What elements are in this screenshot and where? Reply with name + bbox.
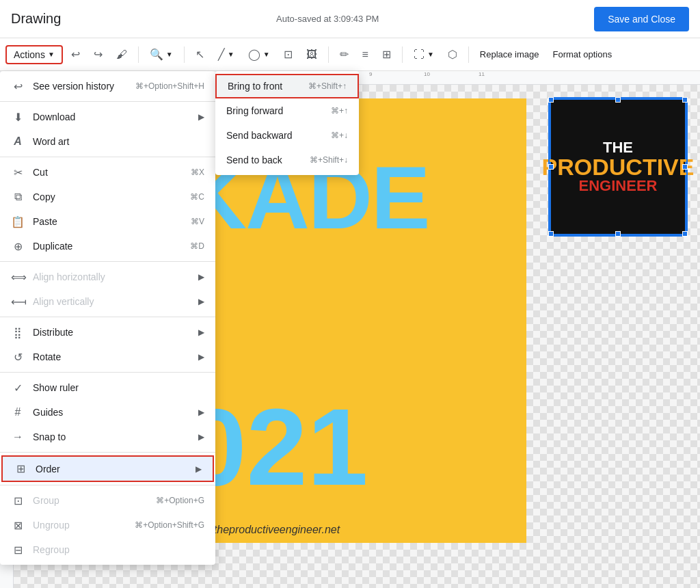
- textbox-button[interactable]: ⊡: [278, 45, 298, 64]
- shape-button[interactable]: ◯ ▼: [243, 45, 275, 64]
- shape-chevron: ▼: [263, 51, 270, 58]
- handle-bottom-left[interactable]: [548, 231, 554, 237]
- divider-3: [0, 261, 215, 262]
- border-style-icon: ⊞: [382, 48, 391, 61]
- send-to-back-label: Send to back: [226, 155, 282, 165]
- border-style-button[interactable]: ⊞: [377, 45, 396, 64]
- save-close-button[interactable]: Save and Close: [594, 7, 689, 31]
- menu-label-align-h: Align horizontally: [33, 271, 105, 282]
- handle-bottom-right[interactable]: [682, 231, 688, 237]
- toolbar-divider-2: [184, 46, 185, 63]
- menu-item-duplicate[interactable]: ⊕ Duplicate ⌘D: [0, 234, 215, 258]
- shortcut-bring-forward: ⌘+↑: [331, 106, 348, 116]
- line-style-button[interactable]: ≡: [357, 46, 374, 64]
- distribute-arrow-icon: ▶: [198, 328, 204, 337]
- shortcut-bring-to-front: ⌘+Shift+↑: [308, 81, 347, 91]
- bring-to-front-label: Bring to front: [228, 81, 282, 92]
- download-icon: ⬇: [11, 111, 25, 124]
- submenu-item-bring-forward[interactable]: Bring forward ⌘+↑: [215, 98, 359, 123]
- divider-5: [0, 372, 215, 373]
- menu-item-paste[interactable]: 📋 Paste ⌘V: [0, 209, 215, 234]
- pen-icon: ✏: [340, 48, 349, 61]
- menu-item-word-art[interactable]: A Word art: [0, 129, 215, 154]
- shortcut-cut: ⌘X: [191, 168, 204, 177]
- menu-item-snap-to[interactable]: → Snap to ▶: [0, 425, 215, 449]
- align-v-arrow-icon: ▶: [198, 297, 204, 306]
- handle-top-left[interactable]: [548, 97, 554, 103]
- crop-button[interactable]: ⛶ ▼: [408, 46, 440, 64]
- toolbar-divider-3: [328, 46, 329, 63]
- guides-arrow-icon: ▶: [198, 407, 204, 417]
- toolbar-divider-4: [402, 46, 403, 63]
- menu-item-align-h[interactable]: ⟺ Align horizontally ▶: [0, 265, 215, 289]
- menu-item-order[interactable]: ⊞ Order ▶: [1, 455, 214, 482]
- mask-button[interactable]: ⬡: [442, 45, 463, 64]
- undo-button[interactable]: ↩: [66, 45, 85, 64]
- replace-image-button[interactable]: Replace image: [474, 46, 545, 62]
- shortcut-ungroup: ⌘+Option+Shift+G: [135, 520, 204, 530]
- snap-to-icon: →: [11, 431, 25, 443]
- show-ruler-check-icon: ✓: [11, 382, 25, 395]
- zoom-chevron: ▼: [166, 51, 173, 58]
- duplicate-icon: ⊕: [11, 240, 25, 253]
- app-title: Drawing: [11, 11, 61, 27]
- image-overlay[interactable]: THE PRODUCTIVE ENGINEER: [550, 98, 686, 235]
- menu-item-distribute[interactable]: ⣿ Distribute ▶: [0, 320, 215, 345]
- menu-item-regroup[interactable]: ⊟ Regroup: [0, 537, 215, 562]
- image-icon: 🖼: [306, 49, 317, 61]
- top-bar: Drawing Auto-saved at 3:09:43 PM Save an…: [0, 0, 700, 38]
- divider-2: [0, 157, 215, 157]
- menu-item-ungroup[interactable]: ⊠ Ungroup ⌘+Option+Shift+G: [0, 513, 215, 537]
- menu-item-version-history[interactable]: ↩ See version history ⌘+Option+Shift+H: [0, 74, 215, 98]
- handle-right-mid[interactable]: [682, 164, 688, 170]
- handle-bottom-mid[interactable]: [615, 231, 621, 237]
- submenu-item-bring-to-front[interactable]: Bring to front ⌘+Shift+↑: [215, 74, 359, 98]
- handle-top-mid[interactable]: [615, 97, 621, 103]
- toolbar-divider-5: [468, 46, 469, 63]
- select-button[interactable]: ↖: [190, 45, 210, 64]
- menu-item-rotate[interactable]: ↺ Rotate ▶: [0, 345, 215, 369]
- menu-item-cut[interactable]: ✂ Cut ⌘X: [0, 160, 215, 185]
- align-h-arrow-icon: ▶: [198, 272, 204, 282]
- actions-label: Actions: [14, 49, 45, 60]
- shape-icon: ◯: [248, 48, 260, 61]
- zoom-button[interactable]: 🔍 ▼: [144, 45, 178, 64]
- menu-label-guides: Guides: [33, 407, 63, 418]
- menu-label-cut: Cut: [33, 167, 48, 178]
- paint-format-button[interactable]: 🖌: [111, 46, 133, 64]
- handle-top-right[interactable]: [682, 97, 688, 103]
- menu-item-align-v[interactable]: ⟻ Align vertically ▶: [0, 289, 215, 314]
- redo-button[interactable]: ↪: [88, 45, 108, 64]
- ungroup-icon: ⊠: [11, 519, 25, 532]
- menu-label-copy: Copy: [33, 191, 55, 202]
- line-button[interactable]: ╱ ▼: [213, 45, 240, 64]
- submenu-item-send-to-back[interactable]: Send to back ⌘+Shift+↓: [215, 148, 359, 172]
- crop-icon: ⛶: [414, 49, 425, 61]
- shortcut-paste: ⌘V: [191, 217, 204, 226]
- menu-item-download[interactable]: ⬇ Download ▶: [0, 105, 215, 129]
- menu-item-copy[interactable]: ⧉ Copy ⌘C: [0, 185, 215, 209]
- menu-item-guides[interactable]: # Guides ▶: [0, 400, 215, 425]
- handle-left-mid[interactable]: [548, 164, 554, 170]
- textbox-icon: ⊡: [284, 48, 293, 61]
- distribute-icon: ⣿: [11, 326, 25, 339]
- overlay-text-engineer: ENGINEER: [542, 178, 695, 193]
- actions-button[interactable]: Actions ▼: [5, 45, 63, 64]
- snap-to-arrow-icon: ▶: [198, 432, 204, 442]
- ruler-tick-11: 11: [479, 71, 485, 77]
- ruler-tick-10: 10: [424, 71, 430, 77]
- menu-label-rotate: Rotate: [33, 351, 61, 362]
- rotate-arrow-icon: ▶: [198, 352, 204, 362]
- undo-icon: ↩: [71, 48, 80, 61]
- menu-item-group[interactable]: ⊡ Group ⌘+Option+G: [0, 488, 215, 513]
- word-art-icon: A: [11, 135, 25, 148]
- copy-icon: ⧉: [11, 191, 25, 203]
- submenu-item-send-backward[interactable]: Send backward ⌘+↓: [215, 123, 359, 148]
- menu-item-show-ruler[interactable]: ✓ Show ruler: [0, 375, 215, 400]
- format-options-button[interactable]: Format options: [548, 46, 618, 62]
- image-button[interactable]: 🖼: [301, 46, 323, 64]
- divider-4: [0, 317, 215, 317]
- menu-label-download: Download: [33, 111, 75, 122]
- overlay-content: THE PRODUCTIVE ENGINEER: [535, 133, 700, 200]
- pen-button[interactable]: ✏: [334, 45, 354, 64]
